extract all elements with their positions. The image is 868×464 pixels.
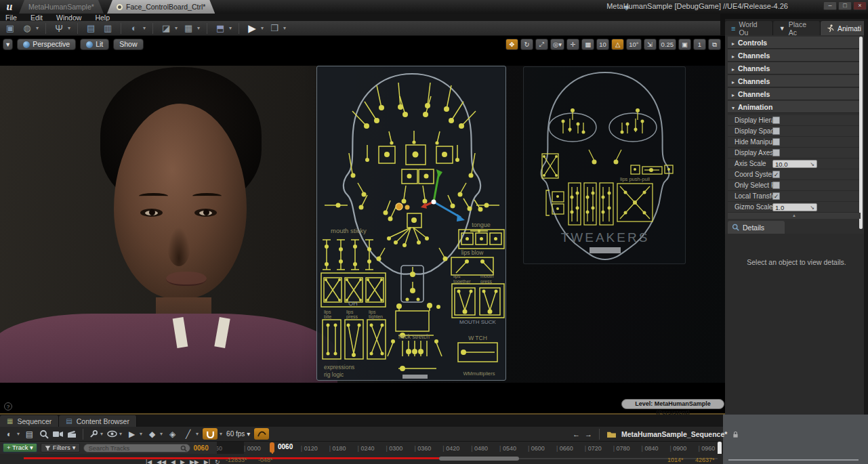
- camera-speed-button[interactable]: ▣: [678, 39, 691, 50]
- menu-window[interactable]: Window: [56, 14, 81, 22]
- tweakers-slider-bar[interactable]: [590, 247, 621, 253]
- range-value-start2[interactable]: -048*: [258, 457, 273, 463]
- caret-icon[interactable]: ▾: [68, 25, 70, 31]
- caret-icon[interactable]: ▾: [36, 25, 39, 31]
- tab-world-outliner[interactable]: ≡ World Ou: [725, 21, 773, 35]
- snap-magnet-button[interactable]: [203, 428, 218, 440]
- menu-edit[interactable]: Edit: [30, 14, 43, 22]
- find-in-browser-icon[interactable]: [39, 429, 49, 439]
- source-control-icon[interactable]: ◍: [21, 23, 33, 34]
- settings-icon[interactable]: ▤: [85, 23, 97, 34]
- back-arrow-icon[interactable]: ←: [573, 430, 580, 438]
- view-options-icon[interactable]: [107, 430, 117, 438]
- maximize-button[interactable]: □: [838, 1, 852, 10]
- bottom-right-scrollbar[interactable]: [728, 459, 859, 461]
- step-back-icon[interactable]: ◀◀: [157, 459, 166, 464]
- minimize-button[interactable]: –: [823, 1, 837, 10]
- menu-help[interactable]: Help: [95, 14, 110, 22]
- range-value-start[interactable]: -12833*: [226, 457, 247, 463]
- scale-snap-button[interactable]: ⇲: [644, 39, 657, 50]
- search-tracks-input[interactable]: [83, 444, 190, 452]
- tab-details[interactable]: Details: [728, 221, 785, 234]
- range-value-end[interactable]: 1014*: [667, 457, 684, 463]
- face-board-canvas[interactable]: mouth sticky tongue lips blow lips toget…: [317, 66, 507, 381]
- tab-animation[interactable]: Animati: [821, 21, 868, 35]
- tweakers-board-canvas[interactable]: lips push-pull TWEAKERS: [524, 67, 686, 265]
- scale-tool-button[interactable]: ⤢: [535, 39, 548, 50]
- timeline-ruler[interactable]: 60 0000012001800240030003600420048005400…: [217, 442, 718, 454]
- show-button[interactable]: Show: [113, 39, 143, 50]
- world-icon[interactable]: ◐: [128, 23, 140, 34]
- forward-arrow-icon[interactable]: →: [585, 430, 592, 438]
- scene-3d[interactable]: mouth sticky tongue lips blow lips toget…: [0, 66, 725, 383]
- checkbox[interactable]: ✓: [772, 192, 780, 200]
- gizmo-scale-input[interactable]: 1.0↘: [772, 203, 817, 211]
- play-forward-icon[interactable]: ▶: [180, 459, 185, 464]
- checkbox[interactable]: [772, 127, 780, 135]
- checkbox[interactable]: [772, 117, 780, 124]
- go-to-end-icon[interactable]: ▶|: [204, 459, 210, 464]
- render-movie-icon[interactable]: [67, 429, 77, 438]
- rotate-tool-button[interactable]: ↻: [520, 39, 533, 50]
- tweakers-board[interactable]: lips push-pull TWEAKERS: [523, 66, 686, 264]
- checkbox[interactable]: [772, 149, 780, 156]
- folder-icon[interactable]: [606, 430, 617, 438]
- tab-sequencer[interactable]: ▦ Sequencer: [0, 415, 59, 427]
- lock-icon[interactable]: [732, 430, 739, 438]
- filters-button[interactable]: Filters ▾: [41, 443, 80, 452]
- perspective-button[interactable]: Perspective: [17, 39, 76, 50]
- maximize-viewport-button[interactable]: ⧉: [708, 39, 721, 50]
- menu-file[interactable]: File: [5, 14, 17, 22]
- tab-content-browser[interactable]: ▤ Content Browser: [59, 415, 137, 427]
- drag-icon[interactable]: ↘: [810, 161, 814, 167]
- grid-snap-value[interactable]: 10: [596, 39, 609, 50]
- caret-icon[interactable]: ▾: [229, 25, 232, 31]
- translate-tool-button[interactable]: ✥: [505, 39, 518, 50]
- axis-scale-input[interactable]: 10.0↘: [772, 160, 817, 168]
- blueprints-icon[interactable]: ▥: [102, 23, 114, 34]
- tab-metahumansample[interactable]: MetaHumanSample*: [19, 0, 104, 14]
- matinee-icon[interactable]: ▦: [182, 23, 194, 34]
- play-reverse-icon[interactable]: ◀: [171, 459, 175, 464]
- section-animation[interactable]: Animation: [728, 101, 861, 113]
- caret-icon[interactable]: ▾: [197, 25, 200, 31]
- caret-icon[interactable]: ▾: [283, 25, 286, 31]
- caret-icon[interactable]: ▾: [143, 25, 146, 31]
- go-to-front-icon[interactable]: |◀: [146, 459, 152, 464]
- caret-icon[interactable]: ▾: [175, 25, 178, 31]
- scale-snap-value[interactable]: 0.25: [659, 39, 677, 50]
- world-options-icon[interactable]: ◐: [3, 429, 15, 440]
- viewport-options-button[interactable]: ▾: [3, 39, 13, 50]
- keyframe-options-icon[interactable]: ◆: [146, 429, 158, 440]
- close-button[interactable]: ×: [853, 1, 867, 10]
- add-track-button[interactable]: + Track ▾: [3, 443, 37, 452]
- selected-control-gold[interactable]: [396, 203, 402, 210]
- tab-face-controlboard[interactable]: Face_ControlBoard_Ctrl*: [107, 0, 215, 14]
- fps-dropdown[interactable]: 60 fps ▾: [226, 430, 250, 438]
- surface-snap-button[interactable]: ✛: [566, 39, 579, 50]
- auto-key-icon[interactable]: ◈: [167, 429, 178, 440]
- section-channels-3[interactable]: Channels: [728, 75, 861, 87]
- angle-snap-button[interactable]: △: [611, 39, 624, 50]
- playback-options-icon[interactable]: ▶: [126, 429, 138, 440]
- panel-expander[interactable]: ▲: [728, 213, 861, 219]
- grid-snap-button[interactable]: ▦: [581, 39, 594, 50]
- angle-snap-value[interactable]: 10°: [626, 39, 641, 50]
- coordinate-system-button[interactable]: ◎▾: [550, 39, 564, 50]
- save-sequence-icon[interactable]: ▤: [24, 429, 35, 440]
- playhead-marker[interactable]: [270, 442, 274, 452]
- save-icon[interactable]: ▣: [4, 23, 16, 34]
- sequence-name[interactable]: MetaHumanSample_Sequence*: [621, 430, 727, 438]
- play-icon[interactable]: ▶: [246, 23, 258, 34]
- loop-icon[interactable]: ↻: [215, 459, 220, 464]
- face-control-board[interactable]: mouth sticky tongue lips blow lips toget…: [316, 66, 506, 381]
- create-camera-icon[interactable]: [53, 430, 63, 438]
- marketplace-icon[interactable]: Ψ: [53, 23, 65, 34]
- launch-icon[interactable]: ❒: [268, 23, 281, 34]
- viewport[interactable]: ▾ Perspective Lit Show ✥ ↻ ⤢ ◎▾ ✛ ▦ 10 △…: [0, 36, 725, 415]
- timeline-scrollbar-track[interactable]: [519, 458, 718, 459]
- sequencer-settings-icon[interactable]: [89, 429, 98, 438]
- edit-options-icon[interactable]: ╱: [182, 429, 194, 440]
- sidebar-scrollbar[interactable]: [859, 37, 863, 229]
- section-channels-4[interactable]: Channels: [728, 88, 861, 100]
